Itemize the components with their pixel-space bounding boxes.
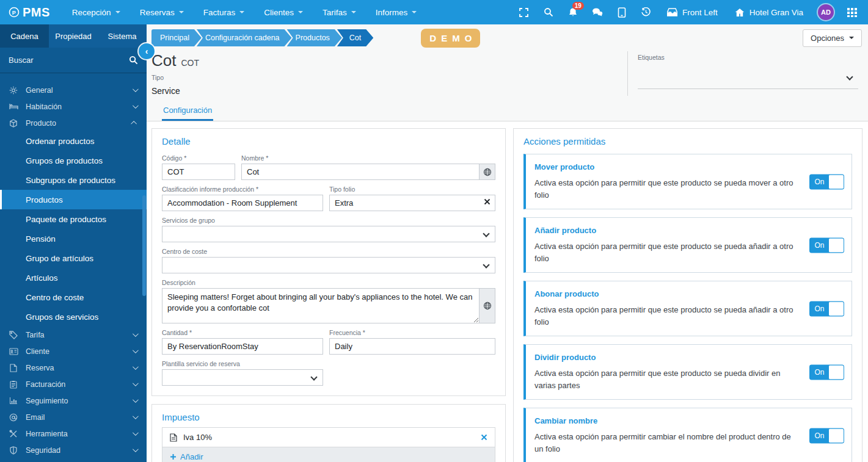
breadcrumb-principal[interactable]: Principal	[151, 29, 202, 46]
sidebar-scrollbar[interactable]	[142, 195, 146, 296]
box-icon	[9, 119, 18, 128]
history-button[interactable]	[634, 0, 658, 24]
codigo-label: Código *	[162, 154, 235, 162]
page-header: Principal Configuración cadena Productos…	[147, 24, 868, 102]
menu-recepcion[interactable]: Recepción	[64, 0, 129, 24]
anadir-producto-toggle[interactable]: On	[809, 237, 844, 253]
sidebar-group-seguimiento[interactable]: Seguimiento	[0, 392, 147, 409]
breadcrumb-configuracion-cadena[interactable]: Configuración cadena	[197, 29, 292, 46]
sidebar-item-pension[interactable]: Pensión	[0, 229, 147, 248]
search-icon	[544, 7, 553, 17]
sidebar-tab-sistema[interactable]: Sistema	[98, 24, 147, 48]
sidebar-group-facturacion[interactable]: Facturación	[0, 376, 147, 392]
gear-icon	[9, 86, 18, 95]
chat-icon	[592, 7, 603, 17]
action-abonar-producto: Abonar producto Activa esta opción para …	[523, 281, 852, 336]
frecuencia-input[interactable]	[329, 338, 495, 355]
chevron-down-icon	[846, 73, 853, 80]
sidebar-group-email[interactable]: Email	[0, 409, 147, 425]
descripcion-textarea[interactable]: Sleeping matters! Forget about bringing …	[162, 288, 480, 323]
mobile-devices-button[interactable]	[610, 0, 634, 24]
id-card-icon	[9, 347, 18, 356]
remove-tax-icon[interactable]	[481, 434, 487, 441]
translate-addon[interactable]	[480, 164, 495, 180]
file-icon	[9, 364, 18, 372]
action-anadir-producto: Añadir producto Activa esta opción para …	[523, 217, 852, 273]
tax-item-row: Iva 10%	[162, 428, 495, 447]
breadcrumb-cot[interactable]: Cot	[337, 29, 373, 46]
action-mover-producto: Mover producto Activa esta opción para p…	[523, 154, 852, 209]
sidebar-group-habitacion[interactable]: Habitación	[0, 98, 147, 115]
sidebar-item-centro-de-coste[interactable]: Centro de coste	[0, 287, 147, 307]
sidebar-group-general[interactable]: General	[0, 82, 147, 98]
codigo-input[interactable]	[162, 164, 235, 180]
sidebar-group-tarifa[interactable]: Tarifa	[0, 327, 147, 343]
cantidad-input[interactable]	[162, 338, 323, 355]
sidebar-item-grupo-de-articulos[interactable]: Grupo de artículos	[0, 248, 147, 268]
sidebar-search-input[interactable]	[9, 56, 129, 65]
sidebar-group-seguridad[interactable]: Seguridad	[0, 442, 147, 458]
menu-tarifas[interactable]: Tarifas	[314, 0, 365, 24]
cambiar-nombre-toggle[interactable]: On	[809, 428, 844, 443]
sidebar-item-productos[interactable]: Productos	[0, 190, 147, 209]
menu-reservas[interactable]: Reservas	[131, 0, 192, 24]
search-icon[interactable]	[129, 56, 138, 65]
app-logo[interactable]: P PMS	[0, 5, 64, 20]
etiquetas-select[interactable]	[638, 67, 858, 89]
fullscreen-icon	[519, 8, 528, 17]
plantilla-select[interactable]	[162, 369, 323, 386]
nombre-input[interactable]	[241, 164, 480, 180]
sidebar-group-cliente[interactable]: Cliente	[0, 343, 147, 359]
centro-coste-select[interactable]	[162, 257, 495, 273]
toggle-knob	[829, 175, 844, 189]
search-button[interactable]	[536, 0, 561, 24]
options-button[interactable]: Opciones	[803, 29, 862, 47]
breadcrumb-productos[interactable]: Productos	[287, 29, 342, 46]
fullscreen-button[interactable]	[512, 0, 536, 24]
sidebar-item-ordenar-productos[interactable]: Ordenar productos	[0, 131, 147, 151]
front-desk-selector[interactable]: Front Left	[658, 0, 726, 24]
sidebar-tab-cadena[interactable]: Cadena	[0, 24, 49, 48]
abonar-producto-toggle[interactable]: On	[809, 301, 844, 316]
clasificacion-input[interactable]	[162, 195, 323, 211]
sidebar-collapse-button[interactable]: ‹	[139, 43, 155, 59]
sidebar-item-grupos-de-productos[interactable]: Grupos de productos	[0, 151, 147, 170]
sidebar-item-subgrupos-de-productos[interactable]: Subgrupos de productos	[0, 170, 147, 190]
chat-button[interactable]	[585, 0, 610, 24]
etiquetas-label: Etiquetas	[638, 54, 858, 61]
translate-addon[interactable]	[480, 288, 495, 323]
page-title: Cot	[151, 51, 176, 70]
bar-chart-icon	[9, 397, 18, 405]
chevron-down-icon	[133, 86, 139, 92]
mover-producto-toggle[interactable]: On	[809, 174, 844, 189]
sidebar-item-grupos-de-servicios[interactable]: Grupos de servicios	[0, 307, 147, 327]
menu-informes[interactable]: Informes	[367, 0, 426, 24]
etiquetas-block: Etiquetas	[627, 51, 858, 96]
tipo-folio-input[interactable]	[329, 195, 495, 211]
sidebar-group-producto[interactable]: Producto	[0, 115, 147, 131]
caret-down-icon	[298, 11, 303, 13]
notifications-button[interactable]: 19	[561, 0, 585, 24]
add-tax-button[interactable]: Añadir	[162, 447, 495, 462]
menu-clientes[interactable]: Clientes	[255, 0, 312, 24]
clear-icon[interactable]	[484, 198, 491, 205]
sidebar-group-reserva[interactable]: Reserva	[0, 359, 147, 376]
hotel-selector[interactable]: Hotel Gran Via	[726, 0, 812, 24]
plantilla-label: Plantilla servicio de reserva	[162, 360, 495, 367]
acciones-permitidas-card: Acciones permitidas Mover producto Activ…	[513, 128, 863, 462]
apps-grid-button[interactable]	[840, 0, 864, 24]
servicios-grupo-select[interactable]	[162, 226, 495, 242]
menu-facturas[interactable]: Facturas	[195, 0, 253, 24]
caret-down-icon	[351, 11, 356, 13]
chevron-down-icon	[310, 374, 317, 380]
breadcrumb: Principal Configuración cadena Productos…	[151, 29, 373, 46]
pms-logo-icon: P	[9, 7, 20, 18]
sidebar-group-herramienta[interactable]: Herramienta	[0, 425, 147, 442]
sidebar-item-articulos[interactable]: Artículos	[0, 268, 147, 287]
caret-down-icon	[849, 37, 854, 39]
sidebar-item-paquete-de-productos[interactable]: Paquete de productos	[0, 209, 147, 229]
sidebar-tab-propiedad[interactable]: Propiedad	[49, 24, 98, 48]
dividir-producto-toggle[interactable]: On	[809, 364, 844, 380]
user-avatar[interactable]: AD	[818, 4, 834, 20]
tab-configuracion[interactable]: Configuración	[162, 102, 213, 121]
